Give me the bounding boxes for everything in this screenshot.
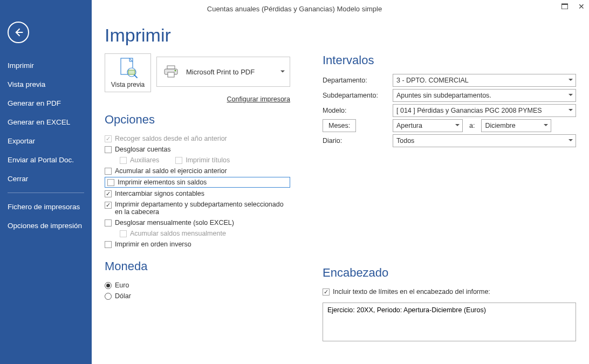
encabezado-textarea[interactable] bbox=[323, 303, 576, 341]
combo-modelo[interactable]: [ 014 ] Pérdidas y Ganancias PGC 2008 PY… bbox=[393, 104, 576, 117]
opt-label: Recoger saldos desde el año anterior bbox=[115, 135, 227, 142]
combo-departamento[interactable]: 3 - DPTO. COMERCIAL bbox=[393, 74, 576, 87]
opt-acumular-mensual: Acumular saldos mensualmente bbox=[105, 228, 290, 239]
combo-value: [ 014 ] Pérdidas y Ganancias PGC 2008 PY… bbox=[396, 107, 542, 114]
opt-desglosar-mensual[interactable]: Desglosar mensualmente (solo EXCEL) bbox=[105, 217, 290, 228]
checkbox-icon[interactable] bbox=[105, 168, 112, 175]
encabezado-heading: Encabezado bbox=[323, 266, 576, 280]
sidebar-item-fichero-impresoras[interactable]: Fichero de impresoras bbox=[0, 197, 92, 216]
right-column: Intervalos Departamento: 3 - DPTO. COMER… bbox=[323, 53, 576, 343]
document-preview-icon bbox=[107, 57, 148, 79]
svg-point-6 bbox=[175, 70, 176, 72]
checkbox-icon[interactable] bbox=[105, 190, 112, 197]
opt-label: Acumular saldos mensualmente bbox=[130, 230, 226, 237]
page-title: Imprimir bbox=[105, 25, 576, 46]
sidebar-item-enviar-portal[interactable]: Enviar al Portal Doc. bbox=[0, 150, 92, 169]
sidebar-item-imprimir[interactable]: Imprimir bbox=[0, 56, 92, 75]
radio-label: Dólar bbox=[115, 292, 131, 300]
svg-rect-2 bbox=[128, 70, 135, 74]
checkbox-icon bbox=[175, 157, 182, 164]
combo-value: Apertura bbox=[396, 122, 422, 129]
opt-label: Imprimir departamento y subdepartamento … bbox=[115, 201, 290, 216]
sidebar-item-exportar[interactable]: Exportar bbox=[0, 132, 92, 150]
label-a: a: bbox=[469, 122, 475, 129]
combo-diario[interactable]: Todos bbox=[393, 134, 576, 147]
checkbox-icon bbox=[105, 135, 112, 142]
printer-icon bbox=[162, 63, 180, 80]
left-column: Vista previa Microsoft Print to PDF bbox=[105, 53, 290, 343]
combo-value: Todos bbox=[396, 137, 414, 145]
currency-dolar[interactable]: Dólar bbox=[105, 291, 290, 301]
label-diario: Diario: bbox=[323, 137, 393, 145]
radio-icon[interactable] bbox=[105, 293, 112, 300]
printer-name: Microsoft Print to PDF bbox=[186, 68, 255, 76]
chevron-down-icon bbox=[455, 122, 460, 129]
svg-rect-3 bbox=[167, 66, 175, 69]
main-panel: Imprimir Vista previa bbox=[92, 0, 589, 364]
checkbox-icon bbox=[120, 230, 127, 237]
back-arrow-icon bbox=[13, 27, 24, 38]
opt-auxiliares: Auxiliares Imprimir títulos bbox=[105, 155, 290, 166]
vista-previa-button[interactable]: Vista previa bbox=[105, 53, 151, 92]
combo-mes-hasta[interactable]: Diciembre bbox=[481, 119, 551, 132]
sidebar-item-generar-excel[interactable]: Generar en EXCEL bbox=[0, 113, 92, 132]
printer-select[interactable]: Microsoft Print to PDF bbox=[156, 57, 290, 87]
vista-previa-label: Vista previa bbox=[111, 81, 145, 88]
sidebar-item-vista-previa[interactable]: Vista previa bbox=[0, 75, 92, 94]
combo-value: Diciembre bbox=[485, 122, 515, 129]
sidebar-item-generar-pdf[interactable]: Generar en PDF bbox=[0, 94, 92, 113]
opt-label: Imprimir elementos sin saldos bbox=[118, 178, 207, 186]
opt-label: Incluir texto de límites en el encabezad… bbox=[333, 288, 490, 296]
chevron-down-icon bbox=[568, 92, 573, 99]
chevron-down-icon bbox=[568, 77, 573, 84]
radio-label: Euro bbox=[115, 281, 129, 289]
label-modelo: Modelo: bbox=[323, 107, 393, 114]
opt-orden-inverso[interactable]: Imprimir en orden inverso bbox=[105, 239, 290, 250]
checkbox-icon[interactable] bbox=[105, 202, 112, 209]
opt-imprimir-dpto-cabecera[interactable]: Imprimir departamento y subdepartamento … bbox=[105, 199, 290, 217]
sidebar-separator bbox=[8, 193, 84, 193]
opt-label: Auxiliares bbox=[130, 156, 159, 164]
opt-label: Imprimir en orden inverso bbox=[115, 241, 191, 248]
intervalos-heading: Intervalos bbox=[323, 53, 576, 67]
opt-label: Acumular al saldo el ejercicio anterior bbox=[115, 167, 227, 175]
chevron-down-icon bbox=[568, 137, 573, 145]
checkbox-icon[interactable] bbox=[105, 146, 112, 153]
label-departamento: Departamento: bbox=[323, 77, 393, 84]
opciones-heading: Opciones bbox=[105, 113, 290, 127]
checkbox-icon[interactable] bbox=[105, 219, 112, 226]
opt-intercambiar-signos[interactable]: Intercambiar signos contables bbox=[105, 188, 290, 199]
combo-subdepartamento[interactable]: Apuntes sin subdepartamentos. bbox=[393, 89, 576, 102]
opt-imprimir-sin-saldos[interactable]: Imprimir elementos sin saldos bbox=[107, 178, 287, 186]
opt-label: Intercambiar signos contables bbox=[115, 190, 204, 197]
combo-value: Apuntes sin subdepartamentos. bbox=[396, 92, 491, 99]
combo-mes-desde[interactable]: Apertura bbox=[393, 119, 463, 132]
currency-euro[interactable]: Euro bbox=[105, 280, 290, 291]
sidebar: Imprimir Vista previa Generar en PDF Gen… bbox=[0, 0, 92, 364]
opt-acumular-saldo[interactable]: Acumular al saldo el ejercicio anterior bbox=[105, 166, 290, 176]
sidebar-item-opciones-impresion[interactable]: Opciones de impresión bbox=[0, 216, 92, 235]
opt-recoger-saldos: Recoger saldos desde el año anterior bbox=[105, 133, 290, 144]
opt-label: Imprimir títulos bbox=[186, 156, 230, 164]
opt-label: Desglosar cuentas bbox=[115, 146, 171, 153]
chevron-down-icon bbox=[568, 107, 573, 114]
checkbox-icon[interactable] bbox=[323, 289, 330, 296]
label-meses: Meses: bbox=[323, 119, 356, 132]
checkbox-icon[interactable] bbox=[107, 179, 114, 186]
sidebar-item-cerrar[interactable]: Cerrar bbox=[0, 169, 92, 188]
print-preview-row: Vista previa Microsoft Print to PDF bbox=[105, 53, 290, 92]
highlighted-option: Imprimir elementos sin saldos bbox=[105, 177, 290, 188]
opt-incluir-limites[interactable]: Incluir texto de límites en el encabezad… bbox=[323, 286, 576, 297]
radio-icon[interactable] bbox=[105, 282, 112, 289]
opt-desglosar-cuentas[interactable]: Desglosar cuentas bbox=[105, 144, 290, 155]
intervals-grid: Departamento: 3 - DPTO. COMERCIAL Subdep… bbox=[323, 74, 576, 147]
chevron-down-icon bbox=[543, 122, 549, 129]
opt-label: Desglosar mensualmente (solo EXCEL) bbox=[115, 219, 234, 226]
combo-value: 3 - DPTO. COMERCIAL bbox=[396, 77, 469, 84]
label-subdepartamento: Subdepartamento: bbox=[323, 92, 393, 99]
svg-rect-5 bbox=[168, 72, 174, 77]
checkbox-icon[interactable] bbox=[105, 241, 112, 248]
back-button[interactable] bbox=[8, 22, 29, 43]
checkbox-icon bbox=[120, 157, 127, 164]
configurar-impresora-link[interactable]: Configurar impresora bbox=[105, 95, 290, 103]
